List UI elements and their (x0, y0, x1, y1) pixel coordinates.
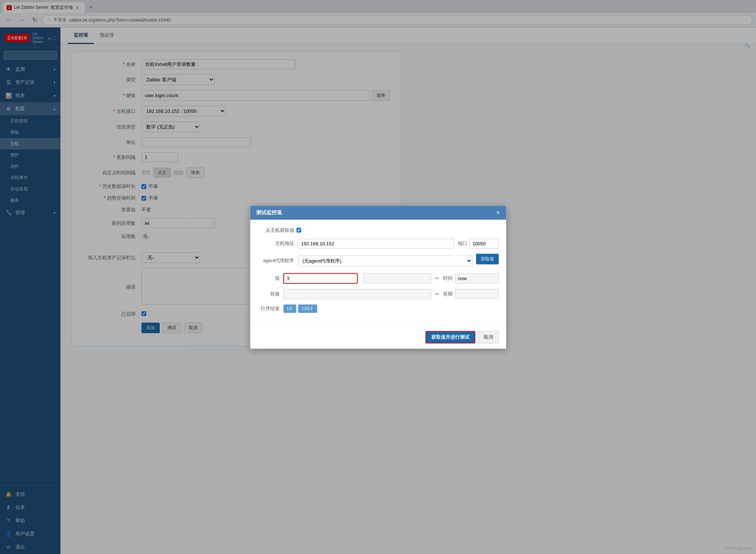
get-from-host-row: 从主机获取值 (258, 227, 499, 234)
modal-cancel-button[interactable]: 取消 (478, 331, 499, 343)
prev-period-input[interactable] (455, 289, 499, 299)
modal-footer: 获取值并进行测试 取消 (250, 326, 506, 349)
modal-title: 测试监控项 (256, 209, 282, 216)
watermark: CSDN @flyteale (726, 546, 752, 550)
agent-proxy-select[interactable]: (无agent代理程序) (298, 256, 472, 266)
eol-crlf-button[interactable]: CRLF (298, 304, 317, 313)
port-group: 端口 (458, 239, 499, 249)
value-input[interactable] (283, 273, 358, 284)
eol-row: 行序结束 LF CRLF (258, 304, 499, 313)
prev-value-label: 前值 (258, 291, 280, 297)
modal-test-get-button[interactable]: 获取值并进行测试 (425, 331, 475, 343)
get-value-area: 获取值 (476, 254, 499, 268)
host-addr-control (298, 239, 454, 249)
prev-value-row: 前值 ✏ 前期 (258, 289, 499, 299)
value-edit-icon[interactable]: ✏ (435, 275, 439, 281)
host-addr-label: 主机地址 (258, 240, 294, 247)
prev-period-label: 前期 (443, 291, 453, 297)
value-extra-area (364, 273, 431, 283)
eol-lf-button[interactable]: LF (283, 304, 296, 313)
eol-label: 行序结束 (258, 305, 280, 312)
prev-period-group: 前期 (443, 289, 499, 299)
agent-proxy-control: (无agent代理程序) (298, 256, 472, 266)
time-group: 时间 (443, 274, 499, 283)
port-label: 端口 (458, 240, 467, 247)
test-item-modal: 测试监控项 × 从主机获取值 主机地址 端口 agent代理程序 (250, 205, 506, 349)
modal-close-button[interactable]: × (496, 209, 500, 216)
host-addr-input[interactable] (298, 239, 454, 249)
modal-header: 测试监控项 × (250, 206, 506, 220)
port-input[interactable] (469, 239, 499, 249)
agent-proxy-label: agent代理程序 (258, 257, 294, 264)
eol-buttons: LF CRLF (283, 304, 317, 313)
modal-body: 从主机获取值 主机地址 端口 agent代理程序 (无agent代理程序) (250, 220, 506, 326)
time-label: 时间 (443, 275, 453, 282)
prev-value-area (283, 289, 431, 299)
modal-row-agent-proxy: agent代理程序 (无agent代理程序) 获取值 (258, 254, 499, 268)
modal-overlay[interactable]: 测试监控项 × 从主机获取值 主机地址 端口 agent代理程序 (0, 0, 756, 554)
modal-row-host: 主机地址 端口 (258, 239, 499, 249)
value-label: 值 (258, 275, 280, 282)
value-row: 值 ✏ 时间 (258, 273, 499, 284)
prev-value-edit-icon[interactable]: ✏ (435, 291, 439, 297)
get-from-host-checkbox[interactable] (296, 228, 301, 233)
get-value-button[interactable]: 获取值 (476, 254, 499, 264)
time-input[interactable] (455, 274, 499, 283)
get-from-host-label: 从主机获取值 (258, 227, 294, 234)
